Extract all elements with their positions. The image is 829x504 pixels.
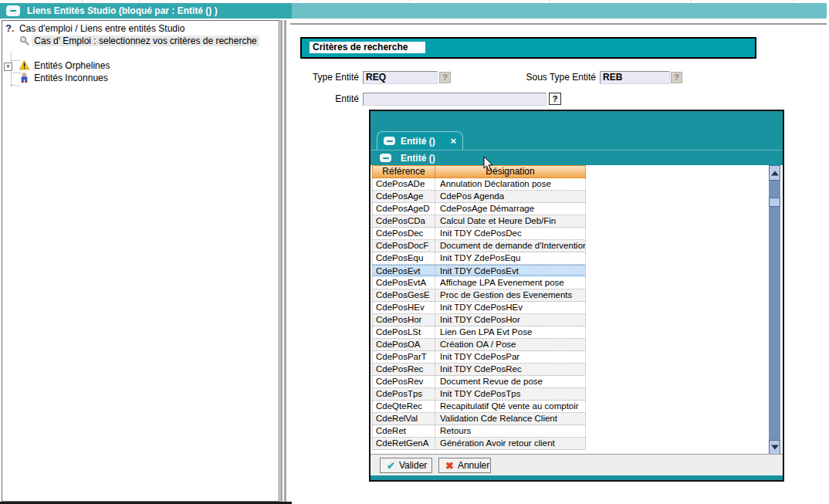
magnifier-icon [19, 36, 29, 46]
cell-designation[interactable]: Document Revue de pose [435, 376, 586, 388]
cell-reference[interactable]: CdePosEvtA [372, 277, 435, 289]
cell-reference[interactable]: CdePosParT [372, 351, 435, 364]
cell-designation[interactable]: Recapitulatif Qté vente au comptoir [435, 401, 586, 413]
dialog-subtitle-label: Entité () [401, 153, 435, 164]
cell-designation[interactable]: Annulation Déclaration pose [435, 178, 586, 191]
table-row[interactable]: CdePosHorInit TDY CdePosHor [372, 314, 586, 326]
panel-splitter[interactable] [280, 20, 283, 504]
window-minimize-icon [380, 154, 391, 162]
cell-designation[interactable]: Lien Gen LPA Evt Pose [435, 326, 586, 339]
tree-item-label[interactable]: Cas d' Emploi : selectionnez vos critère… [32, 36, 259, 46]
table-row[interactable]: CdeRetGenAGénération Avoir retour client [372, 438, 586, 450]
table-row[interactable]: CdeRetRetours [372, 425, 586, 438]
panel-splitter[interactable] [284, 20, 286, 504]
table-row[interactable]: CdePosAgeCdePos Agenda [372, 191, 586, 203]
cell-designation[interactable]: Init TDY CdePosHEv [435, 302, 586, 314]
table-row[interactable]: CdePosRecInit TDY CdePosRec [372, 364, 586, 376]
cell-designation[interactable]: Validation Cde Relance Client [435, 413, 586, 425]
table-row[interactable]: CdePosParTInit TDY CdePosPar [372, 351, 586, 364]
scroll-up-button[interactable] [769, 165, 780, 181]
column-header-designation[interactable]: Désignation [435, 165, 586, 178]
cell-reference[interactable]: CdePosGesE [372, 289, 435, 302]
column-header-reference[interactable]: Référence [372, 165, 435, 178]
cell-designation[interactable]: Init TDY CdePosRec [435, 364, 586, 376]
tree-item-label[interactable]: Entités Orphelines [32, 60, 112, 71]
cell-reference[interactable]: CdeRet [372, 425, 435, 438]
cell-designation[interactable]: Proc de Gestion des Evenements [435, 289, 586, 302]
cell-reference[interactable]: CdePosRev [372, 376, 435, 388]
criteria-header-label: Critères de recherche [310, 42, 425, 53]
valider-button[interactable]: ✔ Valider [380, 458, 432, 473]
cell-reference[interactable]: CdeRetGenA [372, 438, 435, 450]
cell-designation[interactable]: CdePosAge Démarrage [435, 203, 586, 215]
cell-designation[interactable]: Init TDY CdePosEvt [435, 265, 586, 276]
close-icon[interactable]: × [450, 136, 456, 146]
table-row[interactable]: CdePosGesEProc de Gestion des Evenements [372, 289, 586, 302]
table-row[interactable]: CdeRelValValidation Cde Relance Client [372, 413, 586, 425]
table-row[interactable]: CdePosADeAnnulation Déclaration pose [372, 178, 586, 191]
cell-designation[interactable]: Init TDY CdePosDec [435, 228, 586, 240]
cell-reference[interactable]: CdePosEqu [372, 252, 435, 265]
expand-plus-icon[interactable]: + [4, 63, 12, 71]
cell-designation[interactable]: Génération Avoir retour client [435, 438, 586, 450]
cell-designation[interactable]: Affichage LPA Evenement pose [435, 277, 586, 289]
cell-reference[interactable]: CdePosDec [372, 228, 435, 240]
cell-reference[interactable]: CdePosHor [372, 314, 435, 326]
tab-entite[interactable]: Entité () × [377, 131, 463, 150]
cell-reference[interactable]: CdePosAgeD [372, 203, 435, 215]
cell-reference[interactable]: CdePosOA [372, 339, 435, 351]
cell-reference[interactable]: CdePosEvt [372, 265, 435, 276]
cell-reference[interactable]: CdePosTps [372, 388, 435, 401]
type-entite-input[interactable]: REQ [363, 71, 438, 84]
table-row[interactable]: CdePosDecInit TDY CdePosDec [372, 228, 586, 240]
vertical-scrollbar[interactable] [769, 165, 780, 455]
cell-reference[interactable]: CdePosRec [372, 364, 435, 376]
cell-reference[interactable]: CdePosDocF [372, 240, 435, 252]
table-row[interactable]: CdePosTpsInit TDY CdePosTps [372, 388, 586, 401]
entite-help-button[interactable]: ? [549, 93, 561, 105]
cell-designation[interactable]: Init TDY ZdePosEqu [435, 252, 586, 265]
cell-reference[interactable]: CdePosHEv [372, 302, 435, 314]
tree-item-entites-inconnues[interactable]: Entités Inconnues [19, 72, 110, 84]
table-row[interactable]: CdePosHEvInit TDY CdePosHEv [372, 302, 586, 314]
tree-item-entites-orphelines[interactable]: Entités Orphelines [19, 59, 112, 72]
annuler-button[interactable]: ✖ Annuler [438, 458, 491, 473]
cell-reference[interactable]: CdePosCDa [372, 215, 435, 228]
tab-label[interactable]: Entité () [401, 136, 445, 147]
cell-reference[interactable]: CdePosLSt [372, 326, 435, 339]
tree-root-row[interactable]: ?. Cas d'emploi / Liens entre entités St… [5, 22, 187, 35]
table-row[interactable]: CdePosEquInit TDY ZdePosEqu [372, 252, 586, 265]
table-row[interactable]: CdeQteRecRecapitulatif Qté vente au comp… [372, 401, 586, 413]
cell-designation[interactable]: Document de demande d'Intervention [435, 240, 586, 252]
entity-table-body: CdePosADeAnnulation Déclaration poseCdeP… [372, 178, 586, 450]
tree-root-label[interactable]: Cas d'emploi / Liens entre entités Studi… [17, 23, 187, 34]
cell-designation[interactable]: Init TDY CdePosPar [435, 351, 586, 364]
cell-reference[interactable]: CdeRelVal [372, 413, 435, 425]
tree-item-cas-emploi[interactable]: Cas d' Emploi : selectionnez vos critère… [19, 35, 259, 47]
cell-designation[interactable]: Création OA / Pose [435, 339, 586, 351]
table-row[interactable]: CdePosDocFDocument de demande d'Interven… [372, 240, 586, 252]
table-row[interactable]: CdePosEvtAAffichage LPA Evenement pose [372, 277, 586, 289]
cell-reference[interactable]: CdePosAge [372, 191, 435, 203]
cell-designation[interactable]: Init TDY CdePosHor [435, 314, 586, 326]
cell-reference[interactable]: CdeQteRec [372, 401, 435, 413]
valider-label: Valider [399, 460, 427, 471]
table-row[interactable]: CdePosOACréation OA / Pose [372, 339, 586, 351]
tree-item-label[interactable]: Entités Inconnues [32, 73, 110, 83]
scroll-down-button[interactable] [769, 440, 780, 455]
scrollbar-thumb[interactable] [769, 198, 780, 207]
table-row[interactable]: CdePosEvtInit TDY CdePosEvt [372, 265, 586, 277]
entite-input[interactable] [363, 93, 546, 106]
sous-type-entite-input[interactable]: REB [600, 71, 670, 84]
window-minimize-icon[interactable] [6, 5, 20, 16]
table-row[interactable]: CdePosRevDocument Revue de pose [372, 376, 586, 388]
table-row[interactable]: CdePosLStLien Gen LPA Evt Pose [372, 326, 586, 339]
cell-designation[interactable]: Init TDY CdePosTps [435, 388, 586, 401]
table-row[interactable]: CdePosCDaCalcul Date et Heure Deb/Fin [372, 215, 586, 228]
entity-table: Référence Désignation CdePosADeAnnulatio… [372, 165, 586, 450]
cell-designation[interactable]: Retours [435, 425, 586, 438]
cell-designation[interactable]: Calcul Date et Heure Deb/Fin [435, 215, 586, 228]
cell-designation[interactable]: CdePos Agenda [435, 191, 586, 203]
cell-reference[interactable]: CdePosADe [372, 178, 435, 191]
table-row[interactable]: CdePosAgeDCdePosAge Démarrage [372, 203, 586, 215]
